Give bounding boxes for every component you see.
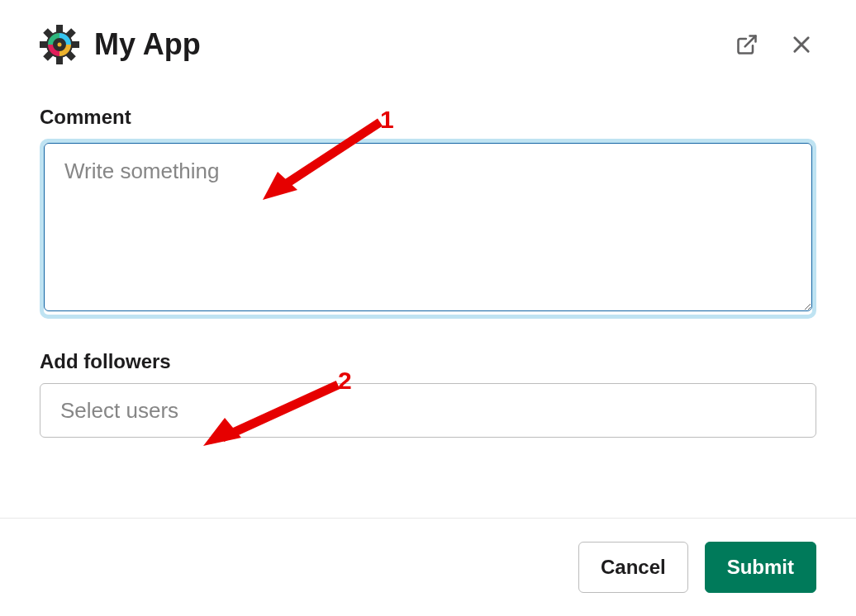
submit-button[interactable]: Submit (705, 542, 816, 593)
app-title: My App (94, 27, 717, 62)
modal-header: My App (0, 0, 856, 73)
comment-label: Comment (40, 106, 816, 129)
svg-rect-0 (56, 25, 63, 32)
followers-select[interactable] (40, 383, 816, 438)
close-icon (790, 33, 813, 56)
close-button[interactable] (787, 30, 816, 59)
cancel-button[interactable]: Cancel (578, 542, 688, 593)
modal-footer: Cancel Submit (0, 519, 856, 616)
app-gear-icon (40, 25, 79, 64)
comment-section: Comment (40, 106, 816, 319)
modal-dialog: My App Comment (0, 0, 856, 616)
svg-rect-1 (56, 57, 63, 64)
svg-point-10 (58, 43, 62, 47)
svg-rect-2 (40, 41, 47, 48)
comment-focus-ring (40, 139, 816, 319)
external-link-button[interactable] (732, 30, 762, 59)
modal-body: Comment Add followers (0, 73, 856, 518)
svg-rect-3 (72, 41, 79, 48)
followers-label: Add followers (40, 350, 816, 373)
svg-line-11 (745, 36, 756, 47)
followers-section: Add followers (40, 350, 816, 438)
external-link-icon (735, 33, 759, 56)
header-actions (732, 30, 816, 59)
comment-input[interactable] (44, 143, 812, 311)
